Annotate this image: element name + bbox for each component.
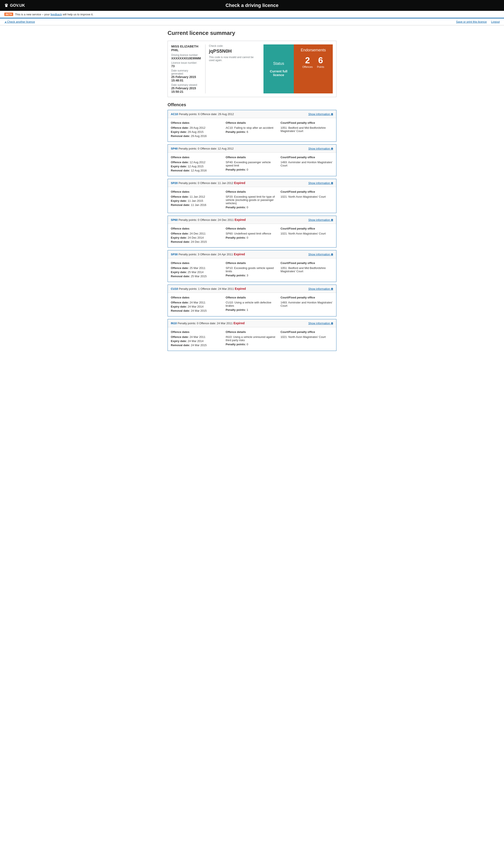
offence-details-section: Offence details SP60: Undefined speed li… bbox=[226, 227, 278, 244]
offence-date: Offence date: 24 Mar 2011 bbox=[171, 301, 223, 304]
show-info-link[interactable]: Show information ⊕ bbox=[308, 182, 333, 185]
generated-value: 25 February 2015 15:48:01 bbox=[171, 75, 201, 82]
logout-link[interactable]: Logout bbox=[491, 20, 500, 23]
offence-date: Offence date: 25 Mar 2011 bbox=[171, 266, 223, 270]
offence-code: AC10 bbox=[171, 113, 178, 116]
offence-header-left: SP60 Penalty points: 0 Offence date: 24 … bbox=[171, 218, 246, 222]
expiry-date: Expiry date: 25 Mar 2014 bbox=[171, 271, 223, 274]
licence-card: MISS ELIZABETH PHIL Driving licence numb… bbox=[167, 41, 337, 97]
offence-dates-section: Offence dates Offence date: 12 Aug 2012 … bbox=[171, 156, 223, 173]
expiry-date: Expiry date: 12 Aug 2015 bbox=[171, 165, 223, 168]
offence-header-left: SP30 Penalty points: 3 Offence date: 24 … bbox=[171, 253, 245, 256]
offence-penalty-points: Penalty points: 6 bbox=[226, 130, 278, 134]
offence-date: Offence date: 29 Aug 2012 bbox=[171, 126, 223, 130]
offence-code: IN10 bbox=[171, 322, 177, 325]
show-info-link[interactable]: Show information ⊕ bbox=[308, 218, 333, 222]
offence-card: SP40 Penalty points: 0 Offence date: 12 … bbox=[167, 144, 337, 176]
offence-details-title: Offence details bbox=[226, 190, 278, 193]
offence-court-title: Court/Fixed penalty office bbox=[281, 261, 333, 265]
offence-header: AC10 Penalty points: 6 Offence date: 29 … bbox=[168, 110, 336, 118]
offence-details-section: Offence details SP40: Exceeding passenge… bbox=[226, 156, 278, 173]
show-info-link[interactable]: Show information ⊕ bbox=[308, 147, 333, 150]
show-info-plus-icon: ⊕ bbox=[331, 147, 333, 150]
check-code-note: This code is now invalid and cannot be u… bbox=[209, 56, 259, 62]
offence-penalty-meta: Penalty points: 0 Offence date: 24 Dec 2… bbox=[179, 218, 234, 222]
check-code-value: jqPS5N0H bbox=[209, 48, 259, 54]
beta-badge: BETA bbox=[4, 13, 13, 16]
offence-card: SP30 Penalty points: 3 Offence date: 24 … bbox=[167, 250, 337, 282]
expired-badge: Expired bbox=[235, 287, 246, 290]
expiry-date: Expiry date: 24 Mar 2014 bbox=[171, 305, 223, 308]
offence-header-left: SP20 Penalty points: 0 Offence date: 11 … bbox=[171, 181, 245, 185]
offence-description: SP40: Exceeding passenger vehicle speed … bbox=[226, 160, 278, 167]
removal-date: Removal date: 24 Mar 2015 bbox=[171, 309, 223, 312]
status-value: Current full licence bbox=[269, 69, 289, 77]
show-info-plus-icon: ⊕ bbox=[331, 182, 333, 185]
expiry-date: Expiry date: 24 Dec 2014 bbox=[171, 236, 223, 239]
offence-penalty-meta: Penalty points: 0 Offence date: 11 Jan 2… bbox=[179, 182, 233, 185]
page-header-title: Check a driving licence bbox=[226, 3, 278, 8]
offence-description: SP60: Undefined speed limit offence bbox=[226, 232, 278, 235]
offence-description: AC10: Failing to stop after an accident bbox=[226, 126, 278, 130]
offence-court-value: 1493: Axminster and Honiton Magistrates'… bbox=[281, 160, 333, 167]
offence-dates-title: Offence dates bbox=[171, 261, 223, 265]
endorsements-panel: Endorsements 2 Offences 6 Points bbox=[294, 45, 333, 93]
show-info-link[interactable]: Show information ⊕ bbox=[308, 113, 333, 116]
offence-body: Offence dates Offence date: 29 Aug 2012 … bbox=[168, 118, 336, 141]
offence-dates-section: Offence dates Offence date: 11 Jan 2012 … bbox=[171, 190, 223, 210]
offence-court-section: Court/Fixed penalty office 1493: Axminst… bbox=[281, 156, 333, 173]
nav-right: Save or print this licence Logout bbox=[456, 20, 500, 23]
offence-penalty-points: Penalty points: 3 bbox=[226, 274, 278, 277]
offence-court-section: Court/Fixed penalty office 1021: North A… bbox=[281, 330, 333, 348]
feedback-link[interactable]: feedback bbox=[51, 13, 62, 16]
offence-code: SP30 bbox=[171, 253, 178, 256]
offence-card: AC10 Penalty points: 6 Offence date: 29 … bbox=[167, 110, 337, 142]
show-info-link[interactable]: Show information ⊕ bbox=[308, 287, 333, 290]
offence-court-section: Court/Fixed penalty office 1051: Bedford… bbox=[281, 261, 333, 279]
offence-penalty-meta: Penalty points: 6 Offence date: 29 Aug 2… bbox=[179, 113, 234, 116]
offence-court-section: Court/Fixed penalty office 1021: North A… bbox=[281, 227, 333, 244]
offence-header: SP30 Penalty points: 3 Offence date: 24 … bbox=[168, 250, 336, 258]
save-print-link[interactable]: Save or print this licence bbox=[456, 20, 487, 23]
offence-penalty-points: Penalty points: 1 bbox=[226, 308, 278, 311]
licence-info: MISS ELIZABETH PHIL Driving licence numb… bbox=[171, 45, 201, 93]
offence-description: SP20: Exceeding speed limit for type of … bbox=[226, 195, 278, 205]
removal-date: Removal date: 25 Mar 2015 bbox=[171, 275, 223, 278]
offence-penalty-meta: Penalty points: 0 Offence date: 24 Mar 2… bbox=[178, 322, 233, 325]
offence-penalty-meta: Penalty points: 3 Offence date: 24 Apr 2… bbox=[179, 253, 233, 256]
show-info-link[interactable]: Show information ⊕ bbox=[308, 253, 333, 256]
expired-badge: Expired bbox=[234, 218, 246, 222]
offences-count: 2 bbox=[305, 56, 310, 65]
offence-header-left: SP40 Penalty points: 0 Offence date: 12 … bbox=[171, 147, 234, 150]
expiry-date: Expiry date: 29 Aug 2015 bbox=[171, 130, 223, 134]
page-title: Current licence summary bbox=[167, 30, 337, 36]
offence-header: CU10 Penalty points: 1 Offence date: 24 … bbox=[168, 285, 336, 293]
issue-number-value: 73 bbox=[171, 64, 201, 68]
offence-card: IN10 Penalty points: 0 Offence date: 24 … bbox=[167, 319, 337, 351]
offence-dates-section: Offence dates Offence date: 25 Mar 2011 … bbox=[171, 261, 223, 279]
show-info-link[interactable]: Show information ⊕ bbox=[308, 322, 333, 325]
offence-details-section: Offence details CU10: Using a vehicle wi… bbox=[226, 296, 278, 313]
offence-date: Offence date: 11 Jan 2012 bbox=[171, 195, 223, 198]
offence-header: SP60 Penalty points: 0 Offence date: 24 … bbox=[168, 216, 336, 224]
offence-dates-section: Offence dates Offence date: 24 Mar 2011 … bbox=[171, 296, 223, 313]
offence-header: SP20 Penalty points: 0 Offence date: 11 … bbox=[168, 179, 336, 187]
check-another-licence-link[interactable]: Check another licence bbox=[4, 20, 35, 23]
offence-dates-section: Offence dates Offence date: 29 Aug 2012 … bbox=[171, 121, 223, 138]
endorsements-numbers: 2 Offences 6 Points bbox=[298, 56, 328, 68]
check-code-label: Check code: bbox=[209, 45, 259, 48]
removal-date: Removal date: 11 Jan 2016 bbox=[171, 203, 223, 207]
offence-details-title: Offence details bbox=[226, 121, 278, 124]
show-info-plus-icon: ⊕ bbox=[331, 253, 333, 256]
generated-label: Date summary generated: bbox=[171, 69, 201, 75]
offence-body: Offence dates Offence date: 11 Jan 2012 … bbox=[168, 187, 336, 213]
offence-court-value: 1051: Bedford and Mid Bedfordshire Magis… bbox=[281, 126, 333, 133]
offence-details-section: Offence details IN10: Using a vehicle un… bbox=[226, 330, 278, 348]
viewed-label: Date summary viewed: bbox=[171, 83, 201, 86]
expiry-date: Expiry date: 24 Mar 2014 bbox=[171, 340, 223, 343]
offence-details-title: Offence details bbox=[226, 330, 278, 333]
offence-court-value: 1021: North Avon Magistrates' Court bbox=[281, 335, 333, 339]
show-info-plus-icon: ⊕ bbox=[331, 322, 333, 325]
offence-dates-title: Offence dates bbox=[171, 156, 223, 159]
gov-logo[interactable]: ♛ GOV.UK bbox=[4, 3, 25, 8]
